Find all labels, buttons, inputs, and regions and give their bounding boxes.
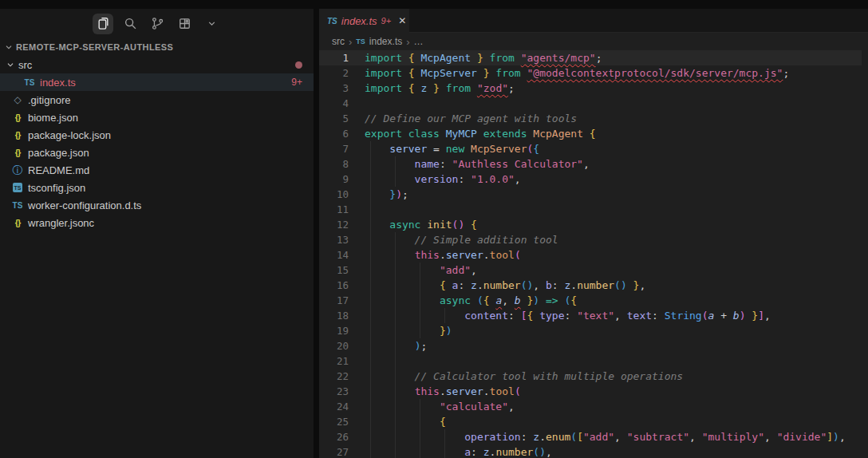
code-token [365,294,440,306]
json-file-icon: {} [10,113,25,122]
breadcrumb-folder[interactable]: src [332,36,345,47]
code-token [627,279,633,291]
code-token: [ [521,310,527,322]
file-item-package.json[interactable]: {}package.json [0,144,314,161]
code-token: ] [758,310,764,322]
code-token: ) [533,294,539,306]
file-item-.gitignore[interactable]: ◇.gitignore [0,91,314,109]
tab-index-ts[interactable]: TS index.ts 9+ ✕ [319,9,409,33]
file-label: wrangler.jsonc [28,217,94,229]
code-line-23: 23 this.server.tool( [319,384,868,399]
file-item-package-lock.json[interactable]: {}package-lock.json [0,126,314,144]
code-token: "1.0.0" [471,173,515,185]
code-token: b [733,310,740,322]
line-content: async init() { [356,217,477,232]
editor-group: TS index.ts 9+ ✕ src › TS index.ts › … 1… [319,9,868,458]
code-token [365,219,389,231]
explorer-icon[interactable] [93,14,113,34]
code-line-2: 2import { McpServer } from "@modelcontex… [319,65,868,81]
code-token: type [533,310,564,322]
code-token: "calculate" [440,401,508,413]
code-token: { [590,128,596,140]
code-token: } [433,82,440,94]
line-content [356,96,365,111]
code-line-21: 21 [319,353,868,369]
breadcrumb: src › TS index.ts › … [319,33,868,50]
code-token: , [764,310,771,322]
code-token: , [515,173,521,185]
code-token: a [464,446,471,458]
code-token: extends [483,128,534,140]
code-token: + [720,310,733,322]
line-number: 23 [319,384,356,399]
file-item-tsconfig.json[interactable]: TStsconfig.json [0,179,314,196]
code-token: McpServer [415,67,483,79]
line-content: // Calculator tool with multiple operati… [356,369,683,384]
code-token: McpAgent [415,52,477,64]
code-token: , [508,401,515,413]
code-token [365,446,464,458]
json-file-icon: {} [10,130,25,140]
code-token: server [389,143,433,155]
line-number: 15 [319,263,356,278]
line-number: 27 [319,444,356,458]
folder-item-src[interactable]: src [0,56,314,73]
file-label: package-lock.json [28,129,111,141]
line-number: 21 [319,353,356,369]
line-number: 16 [319,278,356,293]
code-token [365,416,440,428]
file-label: .gitignore [28,94,70,106]
file-label: worker-configuration.d.ts [28,199,141,211]
extensions-icon[interactable] [174,14,195,34]
explorer-sidebar: REMOTE-MCP-SERVER-AUTHLESS srcTSindex.ts… [0,9,314,458]
tab-bar: TS index.ts 9+ ✕ [319,9,868,33]
explorer-section-header[interactable]: REMOTE-MCP-SERVER-AUTHLESS [0,38,314,56]
code-token: import [365,52,408,64]
more-views-chevron-icon[interactable] [201,14,222,34]
search-icon[interactable] [120,14,140,34]
tab-filename: index.ts [341,15,377,27]
code-token: , [764,431,777,443]
code-token: = [433,143,446,155]
code-token: ( [702,310,708,322]
code-token: ; [508,82,515,94]
file-item-README.md[interactable]: ⓘREADME.md [0,161,314,179]
code-token: ) [396,188,402,200]
code-token: import [365,67,408,79]
code-token [365,401,440,413]
code-token: ) [833,431,839,443]
line-number: 20 [319,338,356,353]
code-token: z [415,82,433,94]
code-token [365,325,440,337]
code-token [464,219,471,231]
code-token: , [546,446,552,458]
breadcrumb-symbol-more[interactable]: … [414,36,424,47]
code-token [365,143,389,155]
code-token: z [483,446,490,458]
file-label: tsconfig.json [28,182,85,194]
code-token: { [483,294,490,306]
source-control-icon[interactable] [147,14,168,34]
line-number: 9 [319,172,356,187]
close-tab-icon[interactable]: ✕ [398,15,406,26]
code-token: tool [490,249,515,261]
line-number: 5 [319,111,356,126]
code-token: from [483,52,521,64]
code-token: z [471,279,477,291]
code-token: z [533,431,539,443]
file-item-worker-configuration.d.ts[interactable]: TSworker-configuration.d.ts [0,196,314,214]
file-item-biome.json[interactable]: {}biome.json [0,109,314,126]
file-item-wrangler.jsonc[interactable]: {}wrangler.jsonc [0,214,314,231]
breadcrumb-file[interactable]: index.ts [369,36,402,47]
code-token [365,279,440,291]
code-token: init [427,219,452,231]
breadcrumb-separator-icon: › [349,36,352,48]
code-line-13: 13 // Simple addition tool [319,232,868,247]
line-content: ); [356,338,427,353]
sidebar-editor-divider[interactable] [314,0,319,458]
code-token: "add" [440,264,471,276]
code-token: async [440,294,477,306]
file-item-index.ts[interactable]: TSindex.ts9+ [0,73,314,91]
code-editor[interactable]: 1import { McpAgent } from "agents/mcp";2… [319,50,868,458]
code-line-11: 11 [319,202,868,217]
